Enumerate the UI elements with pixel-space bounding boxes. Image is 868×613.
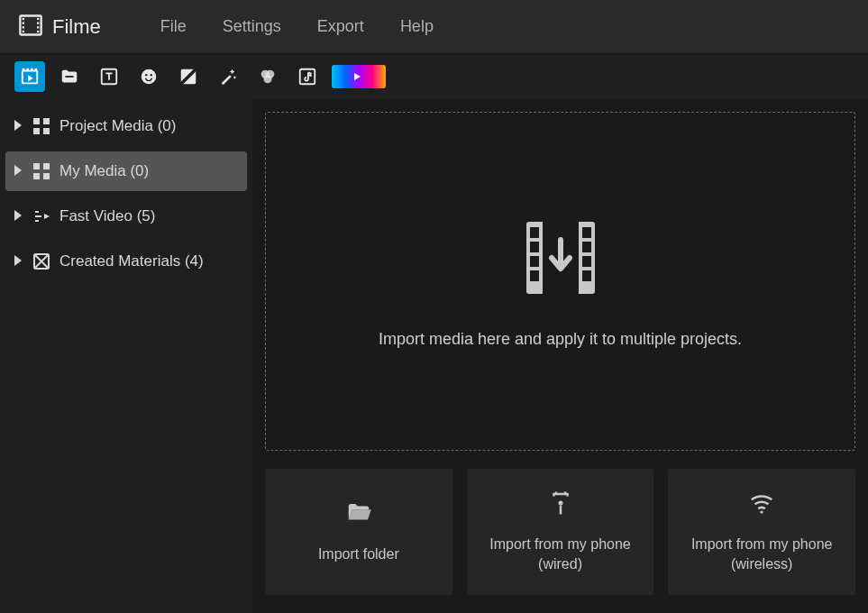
svg-rect-13: [35, 69, 38, 71]
titlebar: Filme File Settings Export Help: [0, 0, 868, 54]
dropzone-text: Import media here and apply it to multip…: [379, 330, 742, 349]
svg-rect-10: [23, 69, 25, 71]
effects-tab-button[interactable]: [213, 61, 243, 92]
svg-rect-5: [37, 17, 39, 19]
sidebar-item-label: My Media (0): [59, 162, 149, 180]
svg-rect-8: [37, 30, 39, 32]
import-dropzone[interactable]: Import media here and apply it to multip…: [265, 112, 855, 451]
app-logo: Filme: [18, 13, 101, 41]
svg-rect-29: [33, 128, 40, 134]
sidebar-item-my-media[interactable]: My Media (0): [5, 151, 247, 191]
app-title: Filme: [52, 15, 101, 39]
svg-rect-6: [37, 22, 39, 23]
svg-marker-36: [14, 210, 22, 221]
svg-marker-25: [354, 73, 361, 80]
media-tab-button[interactable]: [14, 61, 45, 92]
svg-point-23: [263, 75, 271, 83]
svg-rect-45: [530, 270, 539, 281]
svg-rect-12: [31, 69, 33, 71]
main-panel: Import media here and apply it to multip…: [252, 99, 868, 613]
transition-tab-button[interactable]: [173, 61, 204, 92]
import-folder-card[interactable]: Import folder: [265, 469, 452, 595]
svg-rect-15: [65, 76, 73, 78]
svg-rect-28: [43, 118, 50, 124]
film-import-icon: [517, 215, 604, 305]
chevron-right-icon: [14, 117, 23, 135]
menu-settings[interactable]: Settings: [210, 12, 294, 41]
svg-rect-1: [23, 17, 24, 19]
chevron-right-icon: [14, 162, 23, 180]
svg-marker-14: [28, 75, 33, 81]
menu-export[interactable]: Export: [305, 12, 377, 41]
svg-rect-11: [26, 69, 29, 71]
chevron-right-icon: [14, 252, 23, 270]
sidebar-item-project-media[interactable]: Project Media (0): [5, 106, 247, 146]
svg-point-50: [558, 500, 562, 505]
grid-icon: [32, 163, 50, 179]
import-card-label: Import from my phone (wired): [476, 535, 645, 575]
body: Project Media (0) My Media (0) Fast Vide…: [0, 99, 868, 613]
sidebar-item-fast-video[interactable]: Fast Video (5): [5, 197, 247, 236]
sidebar-item-created-materials[interactable]: Created Materials (4): [5, 242, 247, 281]
svg-rect-42: [530, 227, 539, 238]
toolbar: [0, 54, 868, 99]
svg-rect-49: [582, 270, 591, 281]
svg-rect-32: [33, 163, 40, 169]
filters-tab-button[interactable]: [252, 61, 283, 92]
wifi-icon: [748, 489, 775, 520]
svg-rect-44: [530, 256, 539, 267]
svg-rect-27: [33, 118, 40, 124]
materials-icon: [32, 253, 50, 270]
svg-rect-35: [43, 173, 50, 179]
svg-rect-43: [530, 242, 539, 252]
svg-rect-33: [43, 163, 50, 169]
svg-rect-48: [582, 256, 591, 267]
sticker-tab-button[interactable]: [133, 61, 164, 92]
svg-marker-38: [14, 255, 22, 266]
menu-help[interactable]: Help: [388, 12, 446, 41]
sidebar-item-label: Project Media (0): [59, 117, 176, 135]
import-card-label: Import folder: [318, 544, 399, 564]
svg-rect-30: [43, 128, 50, 134]
svg-point-51: [761, 510, 763, 513]
filme-logo-icon: [18, 13, 43, 41]
svg-rect-34: [33, 173, 40, 179]
svg-point-17: [142, 69, 157, 85]
svg-marker-31: [14, 165, 22, 176]
svg-point-18: [145, 74, 147, 76]
svg-rect-7: [37, 26, 39, 28]
import-card-label: Import from my phone (wireless): [677, 535, 846, 575]
svg-marker-37: [44, 214, 50, 219]
text-tab-button[interactable]: [94, 61, 124, 92]
import-cards-row: Import folder Import from my phone (wire…: [265, 469, 855, 595]
fast-forward-icon: [32, 208, 50, 224]
import-phone-wireless-card[interactable]: Import from my phone (wireless): [668, 469, 855, 595]
svg-rect-2: [23, 22, 24, 23]
svg-rect-46: [582, 227, 591, 238]
audio-tab-button[interactable]: [292, 61, 323, 92]
svg-rect-3: [23, 26, 24, 28]
sidebar: Project Media (0) My Media (0) Fast Vide…: [0, 99, 252, 613]
phone-wired-icon: [547, 489, 574, 520]
svg-marker-26: [14, 120, 22, 131]
menu-file[interactable]: File: [148, 12, 199, 41]
sidebar-item-label: Fast Video (5): [59, 207, 155, 225]
svg-rect-47: [582, 242, 591, 252]
grid-icon: [32, 118, 50, 134]
svg-point-19: [151, 74, 152, 76]
import-phone-wired-card[interactable]: Import from my phone (wired): [467, 469, 654, 595]
folder-tab-button[interactable]: [54, 61, 85, 92]
folder-open-icon: [345, 499, 372, 530]
resources-tab-button[interactable]: [332, 65, 386, 88]
sidebar-item-label: Created Materials (4): [59, 252, 204, 270]
svg-rect-4: [23, 30, 24, 32]
chevron-right-icon: [14, 207, 23, 225]
